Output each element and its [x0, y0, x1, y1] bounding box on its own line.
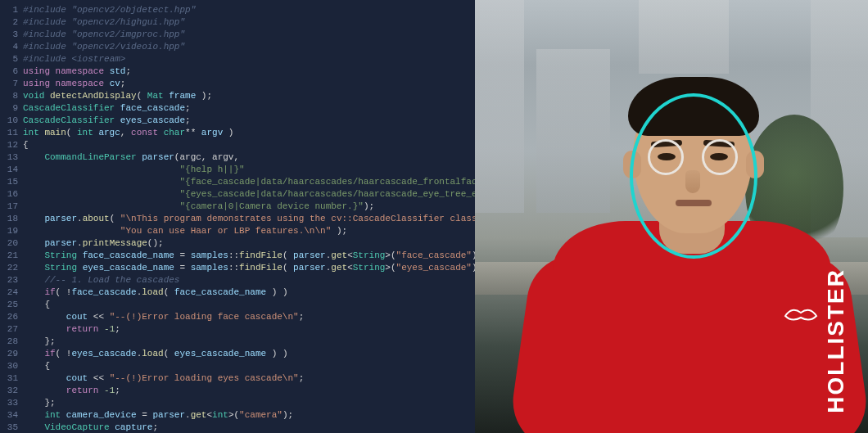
code-line[interactable]: VideoCapture capture; [23, 422, 475, 433]
line-number: 34 [0, 409, 18, 422]
line-number: 17 [0, 201, 18, 213]
code-line[interactable]: if( !face_cascade.load( face_cascade_nam… [23, 286, 475, 299]
code-line[interactable]: #include "opencv2/objdetect.hpp" [23, 4, 475, 16]
line-number: 22 [0, 262, 18, 274]
line-number: 33 [0, 397, 18, 409]
line-number: 24 [0, 286, 18, 299]
person: HOLLISTER [520, 65, 864, 433]
code-line[interactable]: "{camera|0|Camera device number.}"); [23, 201, 475, 213]
line-number: 13 [0, 151, 18, 164]
code-line[interactable]: { [23, 299, 475, 311]
face-detection-ellipse [630, 93, 757, 259]
output-preview: HOLLISTER [475, 0, 868, 433]
line-number: 15 [0, 176, 18, 188]
code-line[interactable]: String face_cascade_name = samples::find… [23, 250, 475, 262]
code-editor[interactable]: 1234567891011121314151617181920212223242… [0, 0, 475, 433]
line-number: 35 [0, 422, 18, 433]
line-number: 31 [0, 372, 18, 385]
code-line[interactable]: "{help h||}" [23, 164, 475, 176]
code-line[interactable]: }; [23, 397, 475, 409]
line-number: 30 [0, 360, 18, 372]
line-number: 16 [0, 188, 18, 201]
code-line[interactable]: #include "opencv2/highgui.hpp" [23, 16, 475, 29]
code-line[interactable]: String eyes_cascade_name = samples::find… [23, 262, 475, 274]
line-number: 14 [0, 164, 18, 176]
code-line[interactable]: using namespace std; [23, 65, 475, 78]
line-number: 10 [0, 115, 18, 127]
code-line[interactable]: return -1; [23, 323, 475, 336]
code-line[interactable]: }; [23, 336, 475, 348]
code-line[interactable]: CascadeClassifier face_cascade; [23, 102, 475, 115]
code-line[interactable]: "You can use Haar or LBP features.\n\n" … [23, 225, 475, 237]
line-number: 1 [0, 4, 18, 16]
shirt-logo-icon [784, 304, 818, 326]
code-line[interactable]: "{face_cascade|data/haarcascades/haarcas… [23, 176, 475, 188]
background-building [475, 0, 524, 213]
line-number: 8 [0, 90, 18, 102]
line-number: 26 [0, 311, 18, 323]
code-line[interactable]: if( !eyes_cascade.load( eyes_cascade_nam… [23, 348, 475, 360]
line-number: 29 [0, 348, 18, 360]
shirt-brand-text: HOLLISTER [823, 268, 849, 413]
line-number: 6 [0, 65, 18, 78]
line-number: 7 [0, 78, 18, 90]
code-line[interactable]: cout << "--(!)Error loading eyes cascade… [23, 372, 475, 385]
code-line[interactable]: return -1; [23, 385, 475, 397]
code-line[interactable]: CommandLineParser parser(argc, argv, [23, 151, 475, 164]
line-number: 20 [0, 237, 18, 250]
code-line[interactable]: { [23, 360, 475, 372]
background-building [639, 0, 729, 74]
code-line[interactable]: void detectAndDisplay( Mat frame ); [23, 90, 475, 102]
code-line[interactable]: int camera_device = parser.get<int>("cam… [23, 409, 475, 422]
code-line[interactable]: #include "opencv2/videoio.hpp" [23, 41, 475, 53]
eye-detection-circle [702, 139, 738, 175]
line-number: 11 [0, 127, 18, 139]
line-number: 2 [0, 16, 18, 29]
line-number: 19 [0, 225, 18, 237]
line-number-gutter: 1234567891011121314151617181920212223242… [0, 0, 23, 433]
code-line[interactable]: #include "opencv2/imgproc.hpp" [23, 29, 475, 41]
code-line[interactable]: { [23, 139, 475, 151]
line-number: 21 [0, 250, 18, 262]
line-number: 25 [0, 299, 18, 311]
code-line[interactable]: parser.about( "\nThis program demonstrat… [23, 213, 475, 225]
code-line[interactable]: CascadeClassifier eyes_cascade; [23, 115, 475, 127]
line-number: 18 [0, 213, 18, 225]
line-number: 23 [0, 274, 18, 286]
code-line[interactable]: using namespace cv; [23, 78, 475, 90]
code-area[interactable]: #include "opencv2/objdetect.hpp"#include… [23, 0, 475, 433]
line-number: 3 [0, 29, 18, 41]
code-line[interactable]: //-- 1. Load the cascades [23, 274, 475, 286]
line-number: 32 [0, 385, 18, 397]
line-number: 5 [0, 53, 18, 65]
line-number: 12 [0, 139, 18, 151]
code-line[interactable]: cout << "--(!)Error loading face cascade… [23, 311, 475, 323]
line-number: 27 [0, 323, 18, 336]
line-number: 9 [0, 102, 18, 115]
eye-detection-circle [648, 139, 684, 175]
code-line[interactable]: "{eyes_cascade|data/haarcascades/haarcas… [23, 188, 475, 201]
line-number: 28 [0, 336, 18, 348]
code-line[interactable]: #include <iostream> [23, 53, 475, 65]
line-number: 4 [0, 41, 18, 53]
code-line[interactable]: parser.printMessage(); [23, 237, 475, 250]
code-line[interactable]: int main( int argc, const char** argv ) [23, 127, 475, 139]
